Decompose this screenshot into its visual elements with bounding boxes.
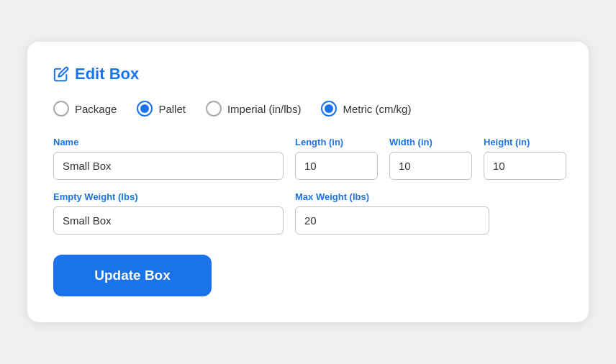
length-input[interactable]	[295, 152, 378, 180]
empty-weight-field-group: Empty Weight (lbs)	[53, 191, 284, 235]
length-label: Length (in)	[295, 137, 378, 147]
edit-box-card: Edit Box Package Pallet Imperial (in/lbs…	[27, 42, 589, 322]
name-label: Name	[53, 137, 284, 147]
radio-pallet[interactable]: Pallet	[137, 101, 186, 117]
title-row: Edit Box	[53, 65, 563, 83]
radio-imperial-label: Imperial (in/lbs)	[227, 103, 302, 115]
radio-imperial-circle[interactable]	[206, 101, 222, 117]
radio-row: Package Pallet Imperial (in/lbs) Metric …	[53, 101, 563, 117]
max-weight-field-group: Max Weight (lbs)	[295, 191, 489, 235]
edit-icon	[53, 66, 69, 82]
max-weight-input[interactable]	[295, 206, 489, 235]
length-field-group: Length (in)	[295, 137, 378, 180]
radio-metric[interactable]: Metric (cm/kg)	[321, 101, 411, 117]
radio-package[interactable]: Package	[53, 101, 117, 117]
second-fields-row: Empty Weight (lbs) Max Weight (lbs)	[53, 191, 563, 235]
radio-metric-circle[interactable]	[321, 101, 337, 117]
name-field-group: Name	[53, 137, 284, 180]
height-field-group: Height (in)	[484, 137, 566, 180]
width-input[interactable]	[389, 152, 472, 180]
radio-pallet-circle[interactable]	[137, 101, 153, 117]
height-input[interactable]	[484, 152, 566, 180]
max-weight-label: Max Weight (lbs)	[295, 191, 489, 202]
update-box-button[interactable]: Update Box	[53, 255, 212, 296]
radio-metric-label: Metric (cm/kg)	[343, 103, 411, 115]
first-fields-row: Name Length (in) Width (in) Height (in)	[53, 137, 563, 180]
name-input[interactable]	[53, 152, 284, 180]
radio-pallet-label: Pallet	[158, 103, 186, 115]
radio-imperial[interactable]: Imperial (in/lbs)	[206, 101, 302, 117]
height-label: Height (in)	[484, 137, 566, 147]
radio-package-circle[interactable]	[53, 101, 69, 117]
page-title: Edit Box	[75, 65, 139, 83]
empty-weight-label: Empty Weight (lbs)	[53, 191, 284, 202]
empty-weight-input[interactable]	[53, 206, 284, 235]
width-label: Width (in)	[389, 137, 472, 147]
width-field-group: Width (in)	[389, 137, 472, 180]
radio-package-label: Package	[75, 103, 117, 115]
